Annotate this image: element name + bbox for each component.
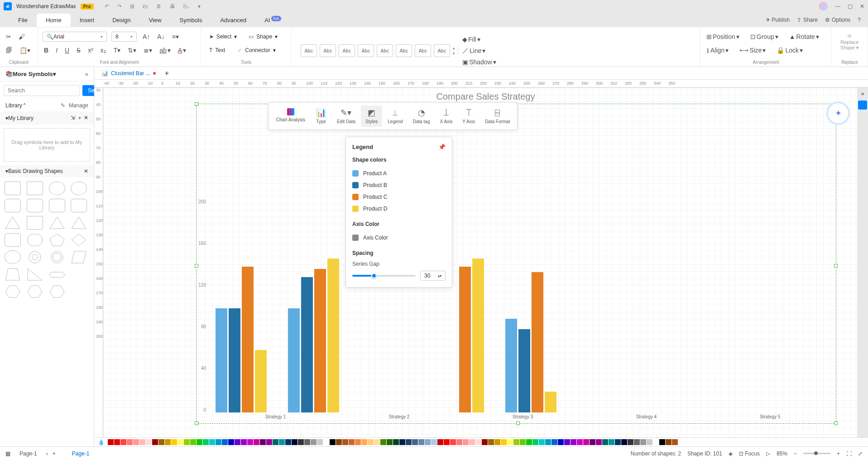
color-swatch[interactable] <box>374 439 380 445</box>
edit-data-button[interactable]: ✎▾Edit Data <box>332 105 360 127</box>
format-panel-icon[interactable] <box>858 101 867 110</box>
shape-ellipse[interactable] <box>5 250 21 264</box>
underline-icon[interactable]: U <box>63 45 71 55</box>
shape-rounded[interactable] <box>49 199 65 212</box>
highlight-icon[interactable]: ab▾ <box>158 45 172 55</box>
library-button[interactable]: Library ⌃✎ Manage <box>0 100 94 111</box>
color-swatch[interactable] <box>513 439 519 445</box>
color-swatch[interactable] <box>133 439 139 445</box>
color-swatch[interactable] <box>127 439 133 445</box>
color-swatch[interactable] <box>640 439 646 445</box>
color-swatch[interactable] <box>551 439 557 445</box>
color-swatch[interactable] <box>469 439 475 445</box>
shape-triangle[interactable] <box>5 216 21 230</box>
color-swatch[interactable] <box>425 439 431 445</box>
color-swatch[interactable] <box>120 439 126 445</box>
pages-icon[interactable]: ▦ <box>5 450 10 457</box>
y-axis-button[interactable]: ⟙Y Axis <box>458 105 480 127</box>
color-swatch[interactable] <box>228 439 234 445</box>
color-swatch[interactable] <box>292 439 297 445</box>
position-button[interactable]: ⊞ Position▾ <box>705 32 741 42</box>
focus-button[interactable]: ⊡ Focus <box>739 450 760 457</box>
legend-product-b[interactable]: Product B <box>352 179 446 191</box>
color-swatch[interactable] <box>336 439 342 445</box>
color-swatch[interactable] <box>634 439 640 445</box>
color-swatch[interactable] <box>247 439 253 445</box>
shape-tool[interactable]: ▭ Shape ▾ <box>245 31 281 42</box>
shape-hexagon[interactable] <box>27 285 43 298</box>
shape-rounded[interactable] <box>5 199 21 212</box>
menu-advanced[interactable]: Advanced <box>211 14 255 27</box>
color-swatch[interactable] <box>418 439 424 445</box>
data-format-button[interactable]: ⌸Data Format <box>480 105 515 127</box>
align-button[interactable]: ⫿ Align▾ <box>705 45 730 55</box>
color-swatch[interactable] <box>520 439 526 445</box>
color-swatch[interactable] <box>647 439 652 445</box>
color-swatch[interactable] <box>171 439 177 445</box>
color-swatch[interactable] <box>539 439 545 445</box>
rotate-button[interactable]: ▲ Rotate▾ <box>788 32 820 42</box>
color-swatch[interactable] <box>475 439 481 445</box>
align-icon[interactable]: ≡▾ <box>171 32 180 42</box>
color-swatch[interactable] <box>406 439 412 445</box>
color-swatch[interactable] <box>342 439 348 445</box>
color-swatch[interactable] <box>456 439 462 445</box>
color-swatch[interactable] <box>532 439 538 445</box>
menu-insert[interactable]: Insert <box>71 14 104 27</box>
menu-home[interactable]: Home <box>37 14 71 27</box>
new-icon[interactable]: ⊞ <box>130 3 134 10</box>
avatar[interactable] <box>819 2 828 11</box>
shape-ellipse[interactable] <box>71 182 87 195</box>
page-add-icon[interactable]: + <box>53 450 56 457</box>
color-swatch[interactable] <box>304 439 310 445</box>
search-input[interactable] <box>4 85 80 96</box>
basic-shapes-section[interactable]: ▾ Basic Drawing Shapes✕ <box>0 165 94 177</box>
menu-file[interactable]: File <box>9 14 37 27</box>
doc-page-indicator[interactable]: Page-1 <box>72 450 90 457</box>
font-size-select[interactable]: 8▾ <box>111 32 137 42</box>
decrease-font-icon[interactable]: A↓ <box>156 32 166 42</box>
strike-icon[interactable]: S̶ <box>75 45 82 55</box>
color-swatch[interactable] <box>165 439 171 445</box>
color-swatch[interactable] <box>526 439 532 445</box>
style-preset[interactable]: Abc <box>301 44 317 57</box>
color-swatch[interactable] <box>564 439 570 445</box>
select-tool[interactable]: ➤ Select ▾ <box>206 31 240 42</box>
color-swatch[interactable] <box>596 439 602 445</box>
legend-product-a[interactable]: Product A <box>352 168 446 179</box>
text-tool[interactable]: T Text <box>206 45 229 56</box>
shape-ring[interactable] <box>49 250 65 264</box>
shape-right-tri[interactable] <box>27 268 43 281</box>
color-swatch[interactable] <box>235 439 240 445</box>
more-qat-icon[interactable]: ▾ <box>198 3 201 10</box>
axis-color-item[interactable]: Axis Color <box>352 232 446 244</box>
subscript-icon[interactable]: x₂ <box>99 45 108 55</box>
shape-rounded[interactable] <box>5 233 21 247</box>
minimize-icon[interactable]: — <box>835 3 840 10</box>
shape-rect[interactable] <box>5 182 21 195</box>
series-gap-slider[interactable] <box>352 275 416 277</box>
size-button[interactable]: ⟷ Size▾ <box>738 45 767 55</box>
redo-icon[interactable]: ↷ <box>117 3 122 10</box>
color-swatch[interactable] <box>488 439 494 445</box>
color-swatch[interactable] <box>412 439 418 445</box>
page-prev-icon[interactable]: ‹ <box>46 450 48 457</box>
shape-circle[interactable] <box>49 182 65 195</box>
color-swatch[interactable] <box>197 439 202 445</box>
color-swatch[interactable] <box>482 439 488 445</box>
fill-button[interactable]: ◆ Fill ▾ <box>461 34 498 44</box>
zoom-slider[interactable] <box>803 453 830 454</box>
color-swatch[interactable] <box>666 439 671 445</box>
color-swatch[interactable] <box>222 439 228 445</box>
open-icon[interactable]: 🗁 <box>143 3 148 10</box>
copy-icon[interactable]: 🗐 <box>5 45 14 55</box>
format-painter-icon[interactable]: 🖌 <box>17 32 26 42</box>
color-swatch[interactable] <box>602 439 608 445</box>
style-preset[interactable]: Abc <box>396 44 412 57</box>
color-swatch[interactable] <box>628 439 633 445</box>
color-swatch[interactable] <box>609 439 614 445</box>
play-icon[interactable]: ▷ <box>766 450 770 457</box>
font-color-icon[interactable]: A▾ <box>177 45 187 55</box>
fit-page-icon[interactable]: ⛶ <box>846 450 852 457</box>
options-button[interactable]: ⚙ Options <box>825 17 850 23</box>
